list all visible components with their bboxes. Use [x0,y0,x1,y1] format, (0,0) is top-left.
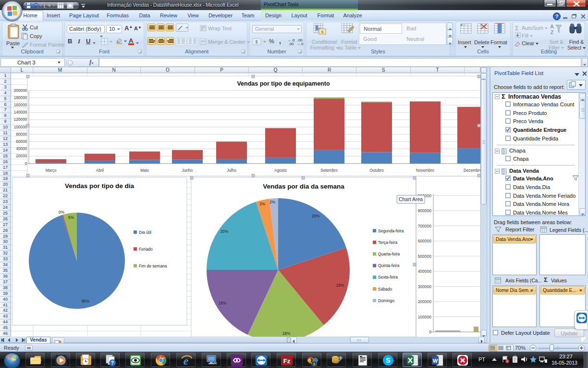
svg-text:Setembro: Setembro [320,168,338,173]
svg-text:400000: 400000 [418,269,432,274]
svg-text:Z: Z [551,29,554,35]
svg-text:Vendas por tipo de equipamento: Vendas por tipo de equipamento [237,80,330,87]
svg-text:?: ? [555,13,559,19]
svg-text:60000: 60000 [16,140,27,144]
svg-text:600000: 600000 [418,239,432,243]
svg-text:0: 0 [24,162,27,166]
svg-text:120000: 120000 [14,117,27,122]
svg-text:A: A [550,24,554,29]
svg-text:5%: 5% [68,216,74,220]
svg-text:$: $ [255,39,257,44]
svg-text:200000: 200000 [418,299,432,304]
svg-text:140000: 140000 [14,110,27,114]
svg-text:Junho: Junho [182,168,193,173]
svg-text:Dia útil: Dia útil [139,230,151,235]
svg-text:Chart Area: Chart Area [399,196,423,202]
svg-text:Terça-feira: Terça-feira [378,240,397,245]
svg-text:Maio: Maio [140,168,149,173]
svg-text:→.0: →.0 [296,42,304,46]
svg-text:20%: 20% [220,229,228,234]
svg-text:9: 9 [313,362,316,366]
svg-text:Segunda-feira: Segunda-feira [378,228,404,233]
svg-text:40000: 40000 [16,147,27,151]
svg-text:300000: 300000 [418,284,432,289]
svg-text:100000: 100000 [14,125,27,129]
svg-text:?: ? [111,360,114,366]
svg-text:.00: .00 [288,42,294,46]
svg-text:Fim de semana: Fim de semana [139,264,167,268]
svg-text:2%: 2% [270,200,275,204]
svg-text:Novembro: Novembro [416,168,434,173]
svg-text:W: W [433,358,438,364]
svg-text:20000: 20000 [16,154,27,158]
svg-text:180000: 180000 [14,96,27,100]
svg-text:Abril: Abril [96,168,104,173]
svg-text:Quarta-feira: Quarta-feira [378,252,400,256]
svg-text:0: 0 [429,330,431,334]
svg-text:Outubro: Outubro [369,168,384,173]
svg-text:Quinta-feira: Quinta-feira [378,263,400,268]
svg-text:80000: 80000 [16,132,27,137]
svg-text:Agosto: Agosto [274,168,287,173]
svg-text:160000: 160000 [14,103,27,107]
svg-text:700000: 700000 [418,224,432,228]
svg-text:0%: 0% [59,210,64,215]
svg-text:18%: 18% [282,331,290,336]
svg-text:95%: 95% [82,299,89,304]
svg-text:Feriado: Feriado [139,247,153,252]
svg-text:Dezembro: Dezembro [464,168,480,173]
svg-text:Fz: Fz [283,357,291,365]
svg-text:20%: 20% [312,214,319,218]
svg-text:Sábado: Sábado [378,287,392,292]
svg-text:3%: 3% [259,202,265,206]
svg-text:Março: Março [46,168,57,173]
svg-text:800000: 800000 [418,208,432,213]
svg-text:S: S [386,356,390,364]
svg-text:19%: 19% [336,283,344,288]
svg-text:S: S [321,30,323,34]
svg-text:100000: 100000 [418,315,432,319]
svg-text:500000: 500000 [418,254,432,259]
svg-text:Vendas por dia da semana: Vendas por dia da semana [263,183,344,190]
svg-text:Julho: Julho [227,168,236,173]
svg-text:18%: 18% [219,301,226,305]
svg-text:Sexta-feira: Sexta-feira [378,275,398,279]
svg-text:Domingo: Domingo [378,298,394,303]
svg-text:Vendas por tipo de dia: Vendas por tipo de dia [65,182,135,190]
svg-text:200000: 200000 [14,89,27,93]
